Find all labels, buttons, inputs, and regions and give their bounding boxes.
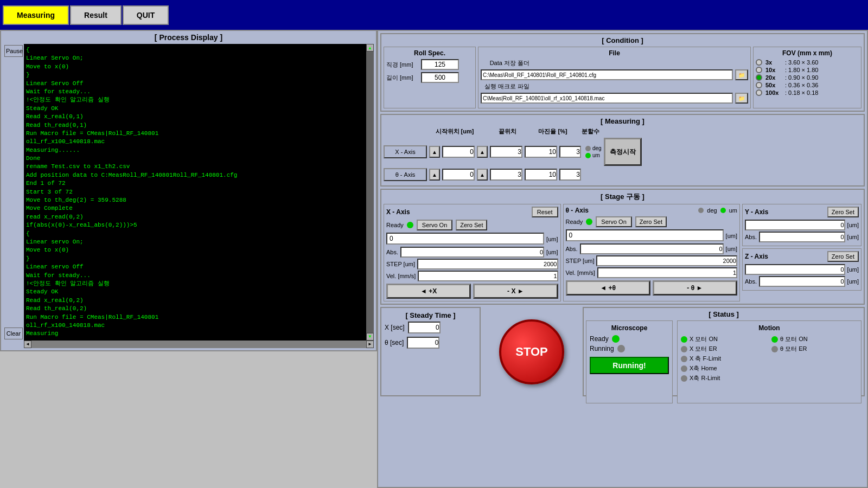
- theta-margin-input[interactable]: [525, 169, 557, 181]
- x-unit-indicator: deg um: [585, 145, 602, 158]
- y-abs-input[interactable]: [759, 232, 845, 242]
- console-scrollbar[interactable]: ▲ ▼: [366, 44, 374, 341]
- x-abs-input[interactable]: [400, 247, 544, 258]
- x-move-left-btn[interactable]: ◄ +X: [386, 284, 471, 299]
- fov-10x-radio[interactable]: [756, 67, 762, 73]
- x-um-label: um: [592, 152, 600, 158]
- steady-x-row: X [sec]: [385, 322, 476, 333]
- x-margin-input[interactable]: [525, 146, 557, 158]
- theta-axis-btn[interactable]: θ - Axis: [384, 168, 427, 181]
- x-pos-input[interactable]: [386, 233, 544, 245]
- x-end-delta-btn[interactable]: ▲: [477, 146, 488, 158]
- x-start-delta-btn[interactable]: ▲: [429, 146, 440, 158]
- motion-x-r-limit: X축 R-Limit: [681, 374, 767, 382]
- theta-end-delta-btn[interactable]: ▲: [477, 169, 488, 181]
- z-abs-input[interactable]: [759, 276, 845, 287]
- fov-20x-radio[interactable]: [756, 74, 762, 81]
- data-folder-browse-btn[interactable]: 📁: [735, 69, 748, 80]
- x-start-input[interactable]: [442, 146, 475, 158]
- macro-path-row: 📁: [481, 93, 748, 104]
- y-pos-input[interactable]: [745, 220, 845, 230]
- start-measuring-btn[interactable]: 측정시작: [604, 138, 642, 166]
- x-vel-input[interactable]: [418, 271, 558, 281]
- x-abs-row: Abs. [um]: [386, 247, 558, 258]
- theta-deg-label: deg: [707, 207, 717, 214]
- steady-time-title: [ Steady Time ]: [385, 311, 476, 319]
- motion-placeholder-1: [771, 355, 858, 363]
- theta-zero-set-btn[interactable]: Zero Set: [635, 216, 667, 227]
- steady-x-input[interactable]: [408, 322, 441, 333]
- length-row: 길이 [mm]: [386, 72, 473, 83]
- hscroll-left-btn[interactable]: ◄: [24, 341, 31, 348]
- fov-50x-radio[interactable]: [756, 82, 762, 88]
- theta-start-delta-btn[interactable]: ▲: [429, 169, 440, 181]
- fov-100x-radio[interactable]: [756, 89, 762, 96]
- tab-quit[interactable]: QUIT: [123, 5, 169, 25]
- running-btn[interactable]: Running!: [590, 357, 669, 374]
- z-zero-set-btn[interactable]: Zero Set: [827, 251, 859, 262]
- diameter-input[interactable]: [421, 59, 459, 70]
- data-folder-row: Data 저장 폴더: [481, 59, 748, 67]
- steady-theta-input[interactable]: [407, 337, 439, 349]
- fov-50x-mag: 50x: [765, 82, 782, 88]
- y-abs-unit: [um]: [847, 234, 859, 240]
- micro-running-label: Running: [590, 345, 614, 352]
- theta-segments-input[interactable]: [559, 169, 581, 181]
- x-ready-dot: [407, 222, 413, 228]
- motion-x-motor-er: X 모터 ER: [681, 345, 767, 353]
- theta-move-left-btn[interactable]: ◄ +θ: [566, 280, 650, 296]
- stop-btn[interactable]: STOP: [499, 319, 564, 384]
- x-deg-unit: deg: [585, 145, 602, 151]
- theta-end-input[interactable]: [490, 169, 522, 181]
- z-pos-row: [um]: [745, 264, 859, 275]
- theta-motor-on-label: θ 모터 ON: [780, 335, 808, 343]
- scroll-down-btn[interactable]: ▼: [366, 333, 374, 341]
- left-panel: [ Process Display ] Pause Clear { Linear…: [0, 30, 377, 351]
- col-margin-header: 마진율 [%]: [531, 127, 575, 136]
- x-zero-set-btn[interactable]: Zero Set: [456, 220, 487, 230]
- x-axis-btn[interactable]: X - Axis: [384, 145, 427, 158]
- theta-start-input[interactable]: [442, 169, 475, 181]
- macro-path-input[interactable]: [481, 93, 733, 104]
- x-step-input[interactable]: [417, 259, 558, 269]
- theta-vel-row: Vel. [mm/s]: [566, 267, 738, 278]
- pause-button[interactable]: Pause: [4, 45, 23, 57]
- fov-50x: 50x : 0.36 × 0.36: [756, 82, 859, 88]
- tab-measuring[interactable]: Measuring: [3, 5, 69, 25]
- theta-um-label: um: [729, 207, 737, 214]
- x-end-input[interactable]: [490, 146, 522, 158]
- fov-20x-val: : 0.90 × 0.90: [785, 74, 859, 81]
- steady-x-label: X [sec]: [385, 324, 405, 331]
- tab-result[interactable]: Result: [70, 5, 122, 25]
- motion-title: Motion: [681, 324, 858, 332]
- scroll-up-btn[interactable]: ▲: [366, 44, 374, 52]
- theta-abs-unit: [um]: [726, 246, 737, 252]
- theta-pos-input[interactable]: [566, 229, 724, 241]
- x-status-row: Ready Servo On Zero Set: [386, 220, 558, 230]
- console-area: { Linear Servo On; Move to x(0) } Linear…: [24, 44, 374, 341]
- macro-browse-btn[interactable]: 📁: [735, 93, 748, 104]
- data-folder-input[interactable]: [481, 69, 733, 80]
- microscope-block: Microscope Ready Running Running!: [586, 320, 673, 403]
- length-input[interactable]: [421, 72, 459, 83]
- theta-move-right-btn[interactable]: - θ ►: [653, 280, 737, 296]
- x-reset-btn[interactable]: Reset: [532, 207, 558, 217]
- z-pos-input[interactable]: [745, 264, 845, 275]
- x-move-right-btn[interactable]: - X ►: [473, 284, 558, 299]
- length-label: 길이 [mm]: [386, 74, 419, 82]
- macro-label: 실행 매크로 파일: [481, 82, 529, 91]
- theta-vel-input[interactable]: [597, 267, 737, 278]
- y-zero-set-btn[interactable]: Zero Set: [827, 207, 859, 217]
- x-segments-input[interactable]: [559, 146, 581, 158]
- hscroll-right-btn[interactable]: ►: [366, 341, 374, 348]
- clear-button[interactable]: Clear: [4, 328, 23, 339]
- theta-servo-on-btn[interactable]: Servo On: [596, 216, 631, 227]
- theta-step-input[interactable]: [596, 255, 737, 266]
- micro-ready-dot: [612, 335, 620, 343]
- stage-section: [ Stage 구동 ] X - Axis Reset Ready Servo …: [380, 189, 865, 305]
- theta-abs-input[interactable]: [580, 243, 724, 254]
- x-servo-on-btn[interactable]: Servo On: [417, 220, 452, 230]
- micro-ready-row: Ready: [590, 335, 669, 343]
- y-abs-row: Abs. [um]: [745, 232, 859, 242]
- fov-3x-radio[interactable]: [756, 59, 762, 66]
